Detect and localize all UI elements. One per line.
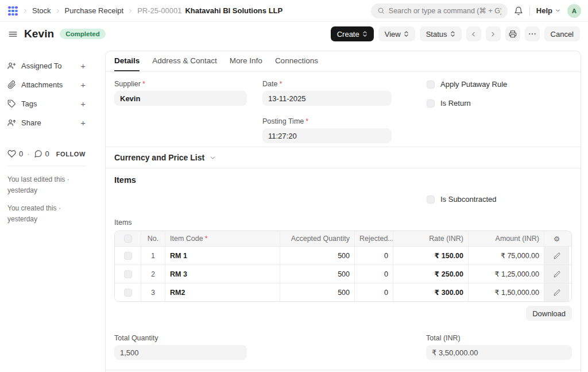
date-input[interactable] — [262, 91, 392, 106]
row-checkbox[interactable] — [124, 270, 132, 278]
edit-row-button[interactable] — [544, 283, 569, 301]
col-header-accepted-qty: Accepted Quantity — [280, 231, 354, 246]
grid-settings-icon[interactable]: ⚙ — [544, 231, 569, 246]
print-button[interactable] — [505, 26, 520, 41]
pencil-icon — [554, 271, 560, 278]
edit-row-button[interactable] — [544, 265, 569, 283]
sidebar-item-tags[interactable]: Tags + — [7, 94, 86, 113]
accepted-qty-cell[interactable]: 500 — [280, 265, 354, 283]
download-button[interactable]: Download — [526, 306, 572, 321]
create-label: Create — [337, 30, 359, 39]
select-all-checkbox[interactable] — [124, 235, 132, 243]
navbar-divider — [529, 6, 530, 16]
total-inr-label: Total (INR) — [426, 334, 572, 342]
activity-entry: You created this · yesterday — [7, 203, 89, 224]
total-quantity-input[interactable] — [114, 345, 247, 360]
breadcrumb-doc-id[interactable]: PR-25-00001 — [137, 6, 181, 15]
supplier-input[interactable] — [114, 91, 247, 106]
toolbar: Create View Status — [331, 26, 580, 41]
rejected-qty-cell[interactable]: 0 — [354, 283, 393, 301]
chevron-right-icon — [55, 7, 61, 14]
follow-button[interactable]: FOLLOW — [56, 151, 86, 158]
currency-price-list-section-toggle[interactable]: Currency and Price List — [106, 147, 581, 168]
user-plus-icon — [7, 62, 16, 70]
posting-time-input[interactable] — [262, 128, 392, 143]
rejected-qty-cell[interactable]: 0 — [354, 265, 393, 283]
tab-more-info[interactable]: More Info — [230, 51, 262, 71]
help-menu[interactable]: Help — [536, 6, 561, 15]
total-inr-input[interactable] — [426, 345, 572, 360]
app-logo-icon[interactable] — [7, 5, 18, 17]
checkbox-unchecked[interactable] — [427, 195, 435, 204]
add-attachment-button[interactable]: + — [80, 80, 86, 89]
apply-putaway-rule-checkbox-row[interactable]: Apply Putaway Rule — [427, 80, 572, 89]
amount-cell: ₹ 1,50,000.00 — [468, 283, 544, 301]
select-chevrons-icon — [404, 30, 409, 37]
share-user-icon — [7, 118, 16, 127]
col-header-amount: Amount (INR) — [468, 231, 544, 246]
item-code-cell[interactable]: RM 1 — [165, 247, 280, 264]
tab-address-contact[interactable]: Address & Contact — [152, 51, 217, 71]
user-avatar[interactable]: A — [567, 4, 581, 18]
rejected-qty-cell[interactable]: 0 — [354, 247, 393, 264]
rate-cell[interactable]: ₹ 250.00 — [393, 265, 468, 283]
checkbox-unchecked[interactable] — [427, 80, 435, 89]
sidebar-item-attachments[interactable]: Attachments + — [7, 75, 86, 94]
rate-cell[interactable]: ₹ 150.00 — [393, 247, 468, 264]
row-number: 2 — [141, 265, 165, 283]
tag-icon — [7, 99, 16, 108]
item-code-cell[interactable]: RM2 — [165, 283, 280, 301]
cancel-button[interactable]: Cancel — [544, 26, 580, 41]
total-inr-field: Total (INR) — [426, 334, 572, 360]
sidebar-toggle-icon[interactable] — [8, 29, 18, 39]
status-button[interactable]: Status — [420, 26, 462, 41]
breadcrumb-stock[interactable]: Stock — [32, 6, 51, 15]
is-return-checkbox-row[interactable]: Is Return — [427, 99, 572, 108]
like-heart-icon[interactable] — [7, 149, 16, 158]
tab-details[interactable]: Details — [114, 51, 140, 71]
posting-time-label: Posting Time — [262, 117, 392, 125]
comments-count: 0 — [45, 149, 49, 158]
chevron-right-icon — [489, 30, 497, 38]
checkbox-unchecked[interactable] — [427, 99, 435, 108]
add-tag-button[interactable]: + — [80, 99, 86, 108]
tab-connections[interactable]: Connections — [275, 51, 318, 71]
rate-cell[interactable]: ₹ 300.00 — [393, 283, 468, 301]
chevron-right-icon — [127, 7, 134, 14]
search-icon — [377, 7, 385, 14]
global-search[interactable] — [371, 3, 508, 18]
table-row[interactable]: 2 RM 3 500 0 ₹ 250.00 ₹ 1,25,000.00 — [115, 264, 571, 283]
row-checkbox[interactable] — [124, 289, 132, 297]
row-checkbox[interactable] — [124, 252, 132, 260]
sidebar-divider — [7, 166, 86, 166]
comments-icon[interactable] — [34, 149, 42, 158]
items-section-heading: Items — [114, 175, 572, 185]
sidebar-item-label: Assigned To — [21, 62, 62, 70]
table-row[interactable]: 3 RM2 500 0 ₹ 300.00 ₹ 1,50,000.00 — [115, 283, 571, 301]
table-row[interactable]: 1 RM 1 500 0 ₹ 150.00 ₹ 75,000.00 — [115, 246, 571, 264]
notifications-bell-icon[interactable] — [514, 6, 523, 16]
chevron-right-icon — [22, 7, 29, 14]
more-menu-button[interactable] — [525, 26, 540, 41]
totals-row: Total Quantity Total (INR) — [114, 334, 572, 370]
likes-count: 0 — [19, 149, 23, 158]
accepted-qty-cell[interactable]: 500 — [280, 283, 354, 301]
create-button[interactable]: Create — [331, 26, 374, 41]
col-header-rate: Rate (INR) — [393, 231, 468, 246]
sidebar-item-share[interactable]: Share + — [7, 113, 86, 132]
item-code-cell[interactable]: RM 3 — [165, 265, 280, 283]
add-assignment-button[interactable]: + — [80, 62, 86, 70]
sidebar-item-assigned-to[interactable]: Assigned To + — [7, 56, 86, 75]
accepted-qty-cell[interactable]: 500 — [280, 247, 354, 264]
share-button[interactable]: + — [80, 118, 86, 127]
next-document-button[interactable] — [486, 26, 501, 41]
edit-row-button[interactable] — [544, 247, 569, 264]
status-label: Status — [426, 30, 447, 39]
total-quantity-field: Total Quantity — [114, 334, 247, 360]
is-subcontracted-checkbox-row[interactable]: Is Subcontracted — [427, 195, 572, 204]
search-input[interactable] — [389, 7, 501, 15]
view-button[interactable]: View — [378, 26, 415, 41]
prev-document-button[interactable] — [466, 26, 481, 41]
taxes-section: Taxes and Charges Added (INR) — [106, 370, 581, 372]
breadcrumb-purchase-receipt[interactable]: Purchase Receipt — [65, 6, 124, 15]
